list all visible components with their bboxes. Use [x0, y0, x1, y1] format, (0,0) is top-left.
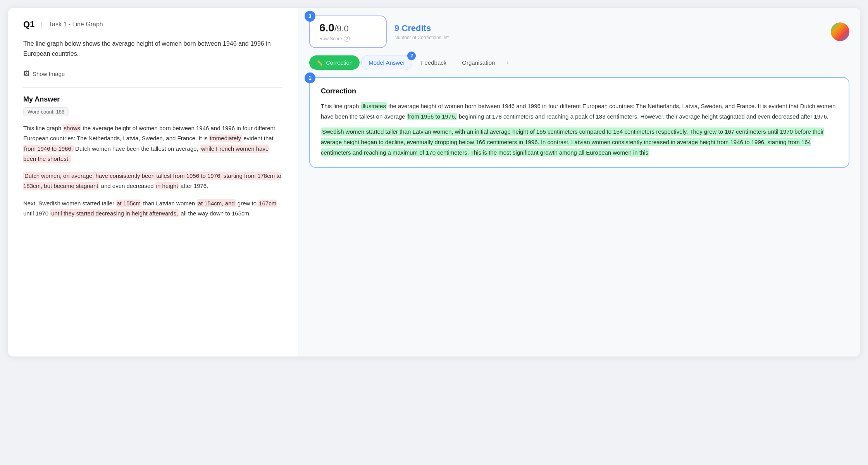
image-icon: 🖼 — [23, 70, 29, 77]
text-span: than Latvian women — [141, 200, 197, 207]
highlight-in-height: in height — [155, 182, 179, 189]
text-span: Dutch women have been the tallest on ave… — [74, 145, 200, 152]
tab-correction-label: Correction — [326, 59, 353, 66]
highlight-167cm: 167cm — [258, 200, 277, 207]
text-span: This line graph — [321, 103, 361, 109]
text-span: after 1976. — [179, 183, 208, 189]
text-span: grew to — [236, 200, 258, 207]
highlight-illustrates: illustrates — [361, 102, 387, 110]
tab-organisation-label: Organisation — [462, 59, 495, 66]
question-header: Q1 | Task 1 - Line Graph — [23, 19, 282, 29]
my-answer-title: My Answer — [23, 95, 282, 103]
word-count-badge: Word count: 188 — [23, 107, 69, 116]
highlight-154cm: at 154cm, and — [197, 199, 236, 207]
question-label: Q1 — [23, 19, 34, 29]
tabs-row: ✏️ Correction 2 Model Answer Feedback Or… — [309, 55, 849, 70]
credits-number: 9 — [394, 23, 399, 33]
score-card: 3 6.0/9.0 Raw Score ? — [309, 16, 387, 48]
tab-model-answer-label: Model Answer — [369, 59, 405, 66]
tab-model-answer[interactable]: 2 Model Answer — [361, 55, 412, 70]
highlight-swedish-latvian: Swedish women started taller than Latvia… — [321, 127, 824, 157]
correction-title: Correction — [321, 87, 838, 95]
raw-score-label: Raw Score ? — [319, 36, 377, 42]
show-image-label: Show Image — [33, 71, 65, 77]
tab-feedback-label: Feedback — [421, 59, 446, 66]
my-answer-section: My Answer Word count: 188 This line grap… — [23, 95, 282, 219]
text-span: beginning at 178 centimeters and reachin… — [457, 113, 828, 120]
left-panel: Q1 | Task 1 - Line Graph The line graph … — [8, 8, 298, 356]
show-image-button[interactable]: 🖼 Show Image — [23, 68, 65, 79]
highlight-shows: shows — [63, 124, 81, 132]
correction-paragraph-1: This line graph illustrates the average … — [321, 101, 838, 122]
tab-correction[interactable]: ✏️ Correction — [309, 55, 360, 70]
correction-icon: ✏️ — [316, 60, 323, 66]
help-icon[interactable]: ? — [344, 36, 350, 42]
text-span: until 1970 — [23, 210, 50, 217]
tab-organisation[interactable]: Organisation — [455, 55, 502, 70]
text-span: all the way down to 165cm. — [179, 210, 251, 217]
question-divider: | — [41, 21, 43, 29]
credits-section: 9 Credits Number of Corrections left — [394, 23, 449, 40]
score-value: 6.0 — [319, 22, 334, 34]
answer-paragraph-3: Next, Swedish women started taller at 15… — [23, 198, 282, 219]
score-row: 3 6.0/9.0 Raw Score ? 9 Credits Number o… — [309, 16, 849, 48]
question-text: The line graph below shows the average h… — [23, 39, 282, 59]
tabs-next-arrow[interactable]: › — [506, 59, 509, 67]
correction-box-badge: 1 — [305, 72, 315, 83]
divider — [23, 87, 282, 88]
text-span: Next, Swedish women started taller — [23, 200, 116, 207]
correction-box: 1 Correction This line graph illustrates… — [309, 77, 849, 168]
answer-paragraph-2: Dutch women, on average, have consistent… — [23, 171, 282, 191]
score-max: /9.0 — [334, 24, 349, 33]
correction-text: This line graph illustrates the average … — [321, 101, 838, 158]
right-panel: 3 6.0/9.0 Raw Score ? 9 Credits Number o… — [298, 8, 860, 356]
highlight-immediately: immediately — [209, 134, 242, 142]
score-badge: 3 — [305, 11, 315, 22]
correction-paragraph-2: Swedish women started taller than Latvia… — [321, 126, 838, 158]
highlight-from-1946: from 1946 to 1966, — [23, 145, 74, 152]
highlight-155cm: at 155cm — [116, 200, 141, 207]
avatar[interactable] — [831, 22, 849, 41]
app-container: Q1 | Task 1 - Line Graph The line graph … — [8, 8, 860, 356]
text-span: evident that — [242, 135, 274, 141]
answer-paragraph-1: This line graph shows the average height… — [23, 123, 282, 164]
text-span: and even decreased — [99, 183, 155, 189]
highlight-decreasing: until they started decreasing in height … — [50, 209, 179, 217]
credits-value: 9 Credits — [394, 23, 449, 33]
task-label: Task 1 - Line Graph — [49, 21, 103, 28]
text-span: This line graph — [23, 125, 63, 131]
score-display: 6.0/9.0 — [319, 22, 377, 34]
tab-feedback[interactable]: Feedback — [414, 55, 453, 70]
corrections-left-label: Number of Corrections left — [394, 35, 449, 40]
credits-label: Credits — [401, 23, 431, 33]
highlight-from-1956: from 1956 to 1976, — [407, 113, 457, 120]
